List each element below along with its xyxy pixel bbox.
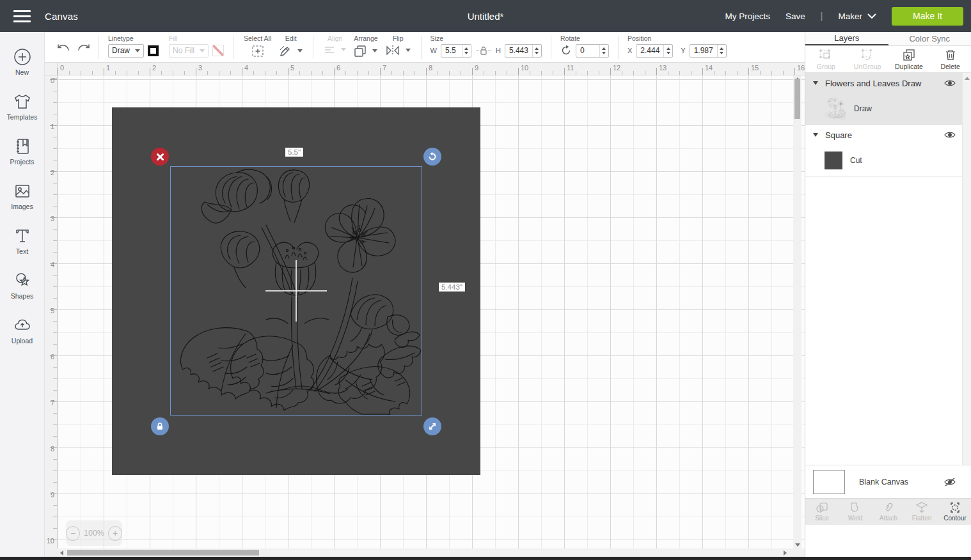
layer-row-cut[interactable]: Cut bbox=[805, 145, 971, 176]
select-all-label: Select All bbox=[244, 35, 271, 42]
tab-color-sync[interactable]: Color Sync bbox=[888, 32, 971, 45]
hidden-eye-icon[interactable] bbox=[943, 477, 956, 487]
rotate-selection-handle[interactable] bbox=[423, 148, 441, 166]
scroll-left-arrow-icon[interactable] bbox=[60, 550, 63, 556]
sidebar-item-projects[interactable]: Projects bbox=[0, 129, 45, 174]
x-axis-label: X bbox=[628, 47, 632, 54]
blank-canvas-swatch[interactable] bbox=[813, 470, 845, 494]
ruler-number: 8 bbox=[429, 64, 432, 72]
resize-selection-handle[interactable] bbox=[423, 417, 441, 435]
size-lock-icon[interactable] bbox=[475, 45, 492, 56]
panel-scroll-up-icon[interactable] bbox=[965, 77, 970, 80]
linetype-color-swatch[interactable] bbox=[148, 45, 159, 56]
layer-group-flowers[interactable]: Flowers and Leaves Draw Draw bbox=[805, 73, 971, 124]
select-all-button[interactable]: Select All bbox=[244, 35, 271, 60]
layer-actions: Group UnGroup Duplicate Delete bbox=[805, 46, 971, 73]
my-projects-link[interactable]: My Projects bbox=[725, 12, 771, 21]
layer-label: Draw bbox=[854, 104, 872, 113]
collapse-triangle-icon[interactable] bbox=[813, 133, 818, 137]
contour-button[interactable]: Contour bbox=[938, 499, 971, 525]
width-stepper[interactable] bbox=[462, 45, 471, 57]
toolbar-divider bbox=[551, 36, 551, 59]
arrange-button[interactable]: Arrange bbox=[354, 35, 377, 60]
rotate-label: Rotate bbox=[560, 35, 609, 42]
position-y-stepper[interactable] bbox=[717, 45, 726, 57]
sidebar-item-shapes[interactable]: Shapes bbox=[0, 263, 45, 308]
group-header-square[interactable]: Square bbox=[805, 125, 971, 145]
hamburger-menu-icon[interactable] bbox=[13, 10, 31, 22]
flatten-label: Flatten bbox=[912, 515, 932, 522]
scroll-right-arrow-icon[interactable] bbox=[784, 550, 787, 556]
selection-width-label: 5.5" bbox=[285, 148, 303, 157]
app-window: Canvas Untitled* My Projects Save | Make… bbox=[0, 0, 971, 560]
arrange-label: Arrange bbox=[354, 35, 377, 42]
horizontal-scroll-thumb[interactable] bbox=[67, 550, 259, 556]
zoom-out-button[interactable]: − bbox=[66, 526, 80, 541]
ruler-number: 4 bbox=[51, 261, 54, 268]
zoom-in-button[interactable]: + bbox=[108, 526, 122, 541]
edit-button[interactable]: Edit bbox=[279, 35, 303, 60]
ruler-number: 15 bbox=[751, 64, 759, 72]
layer-group-square[interactable]: Square Cut bbox=[805, 125, 971, 176]
flip-button[interactable]: Flip bbox=[386, 35, 411, 60]
align-caret-icon bbox=[341, 48, 346, 51]
blank-canvas-row[interactable]: Blank Canvas bbox=[805, 465, 971, 498]
duplicate-button[interactable]: Duplicate bbox=[888, 46, 930, 72]
position-y-field[interactable]: 1.987 bbox=[690, 44, 727, 58]
position-x-field[interactable]: 2.444 bbox=[636, 44, 673, 58]
linetype-value: Draw bbox=[112, 46, 130, 55]
delete-selection-handle[interactable] bbox=[151, 148, 169, 166]
make-it-button[interactable]: Make It bbox=[892, 7, 963, 26]
plus-circle-icon bbox=[13, 48, 31, 66]
visibility-eye-icon[interactable] bbox=[944, 79, 956, 87]
undo-icon[interactable] bbox=[55, 41, 70, 54]
sidebar-label: Templates bbox=[7, 113, 38, 121]
ruler-number: 3 bbox=[51, 215, 54, 222]
canvas-area: 012345678910111213141516 012345678910 5.… bbox=[45, 63, 805, 557]
ruler-number: 13 bbox=[659, 64, 667, 72]
layer-row-draw[interactable]: Draw bbox=[805, 93, 971, 124]
position-x-stepper[interactable] bbox=[663, 45, 672, 57]
size-label: Size bbox=[430, 35, 542, 42]
canvas-grid[interactable]: 5.5" 5.443" − 100% + bbox=[58, 75, 805, 548]
save-link[interactable]: Save bbox=[785, 12, 805, 21]
duplicate-icon bbox=[902, 49, 916, 61]
tab-layers[interactable]: Layers bbox=[805, 32, 888, 45]
delete-button[interactable]: Delete bbox=[929, 46, 971, 72]
sidebar-item-text[interactable]: Text bbox=[0, 219, 45, 263]
y-axis-label: Y bbox=[681, 47, 685, 54]
vertical-scroll-thumb[interactable] bbox=[794, 79, 800, 119]
collapse-triangle-icon[interactable] bbox=[813, 81, 818, 85]
ruler-number: 0 bbox=[51, 77, 54, 84]
machine-selector[interactable]: Maker bbox=[838, 12, 876, 21]
machine-label: Maker bbox=[838, 12, 862, 21]
ruler-number: 0 bbox=[60, 64, 64, 72]
sidebar-item-images[interactable]: Images bbox=[0, 174, 45, 219]
height-stepper[interactable] bbox=[532, 45, 541, 57]
selection-bounding-box[interactable] bbox=[170, 166, 422, 416]
project-title[interactable]: Untitled* bbox=[468, 11, 504, 22]
horizontal-scrollbar[interactable] bbox=[45, 548, 805, 557]
group-header-flowers[interactable]: Flowers and Leaves Draw bbox=[805, 73, 971, 93]
rotate-stepper[interactable] bbox=[599, 45, 608, 57]
redo-icon[interactable] bbox=[77, 41, 92, 54]
weld-label: Weld bbox=[848, 515, 863, 522]
visibility-eye-icon[interactable] bbox=[944, 131, 956, 139]
text-icon bbox=[13, 227, 31, 245]
height-field[interactable]: 5.443 bbox=[505, 44, 542, 58]
linetype-dropdown[interactable]: Draw bbox=[108, 44, 144, 58]
vertical-scrollbar[interactable] bbox=[793, 75, 801, 548]
sidebar-item-templates[interactable]: Templates bbox=[0, 84, 45, 129]
position-label: Position bbox=[628, 35, 727, 42]
width-field[interactable]: 5.5 bbox=[441, 44, 471, 58]
scroll-down-arrow-icon[interactable] bbox=[795, 543, 800, 547]
arrange-caret-icon bbox=[372, 49, 377, 52]
edit-toolbar: Linetype Draw Fill No Fill Select All Ed… bbox=[45, 32, 805, 63]
lock-aspect-handle[interactable] bbox=[151, 417, 169, 435]
sidebar-item-upload[interactable]: Upload bbox=[0, 308, 45, 353]
fill-value: No Fill bbox=[173, 46, 194, 55]
panel-scrollbar[interactable] bbox=[962, 73, 971, 497]
sidebar-item-new[interactable]: New bbox=[0, 40, 45, 84]
ruler-number: 1 bbox=[51, 123, 54, 130]
rotate-field[interactable]: 0 bbox=[576, 44, 609, 58]
